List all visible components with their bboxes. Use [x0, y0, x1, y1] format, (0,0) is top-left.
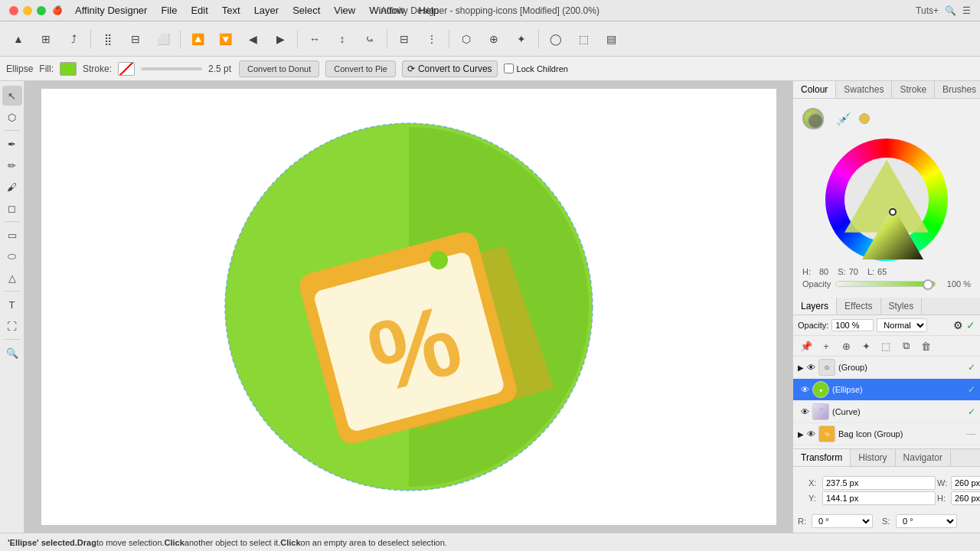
distribute-btn[interactable]: ⋮ — [420, 28, 444, 50]
layers-check-icon[interactable]: ✓ — [966, 319, 975, 331]
layer-fx-icon[interactable]: ✦ — [858, 337, 874, 354]
color-fill-btn[interactable]: ◯ — [544, 28, 568, 50]
close-button[interactable] — [9, 6, 18, 15]
convert-to-donut-button[interactable]: Convert to Donut — [239, 60, 319, 77]
rotation-select[interactable]: 0 ° — [812, 514, 873, 528]
layer-ellipse-vis-icon[interactable]: 👁 — [801, 385, 809, 394]
tab-transform[interactable]: Transform — [793, 449, 851, 466]
tool-text[interactable]: T — [2, 295, 22, 315]
tab-brushes[interactable]: Brushes — [935, 81, 980, 98]
menu-icon[interactable]: ☰ — [962, 5, 971, 16]
color-picker-cursor[interactable] — [889, 208, 897, 216]
transform-y-input[interactable] — [822, 491, 936, 505]
layers-settings-icon[interactable]: ⚙ — [953, 319, 963, 331]
left-toolbar-sep-2 — [5, 221, 20, 222]
layer-adjust-icon[interactable]: ⊕ — [838, 337, 854, 354]
layer-mask-icon[interactable]: ⬚ — [877, 337, 894, 354]
opacity-thumb[interactable] — [923, 279, 933, 290]
flip-h-btn[interactable]: ↔ — [302, 28, 327, 50]
layer-vis-icon[interactable]: 👁 — [807, 363, 815, 372]
menu-affinity-designer[interactable]: Affinity Designer — [69, 3, 153, 18]
tool-pen[interactable]: ✒ — [2, 134, 22, 154]
color-dot[interactable] — [859, 113, 870, 124]
tab-stroke[interactable]: Stroke — [892, 81, 935, 98]
node-btn[interactable]: ⬡ — [454, 28, 479, 50]
transform-x-input[interactable] — [822, 476, 936, 490]
stroke-width-slider[interactable] — [141, 67, 202, 70]
layer-bag-expand[interactable]: ▶ — [798, 430, 804, 439]
tool-erase[interactable]: ◻ — [2, 198, 22, 218]
layer-item-curve[interactable]: 👁 ⌒ (Curve) ✓ — [793, 401, 980, 423]
tool-select-move[interactable]: ↖ — [2, 86, 22, 106]
tool-brush[interactable]: 🖌 — [2, 177, 22, 197]
shear-select[interactable]: 0 ° — [896, 514, 957, 528]
eyedropper-icon[interactable]: 💉 — [836, 112, 851, 126]
share-btn[interactable]: ⤴ — [61, 28, 86, 50]
layer-pin-icon[interactable]: 📌 — [798, 337, 815, 354]
layers-opacity-input[interactable] — [831, 319, 874, 331]
layer-item-group[interactable]: ▶ 👁 G (Group) ✓ — [793, 357, 980, 379]
menu-file[interactable]: File — [155, 3, 183, 18]
tab-styles[interactable]: Styles — [881, 298, 923, 315]
align-btn[interactable]: ⊟ — [392, 28, 416, 50]
snapping-btn[interactable]: ⣿ — [96, 28, 120, 50]
move-up-btn[interactable]: 🔼 — [185, 28, 210, 50]
affinity-logo-btn[interactable]: ▲ — [6, 28, 31, 50]
minimize-button[interactable] — [23, 6, 32, 15]
menu-layer[interactable]: Layer — [248, 3, 286, 18]
tab-swatches[interactable]: Swatches — [836, 81, 892, 98]
flip-v-btn[interactable]: ↕ — [330, 28, 354, 50]
menu-select[interactable]: Select — [286, 3, 326, 18]
convert-to-curves-button[interactable]: ⟳ Convert to Curves — [402, 60, 498, 77]
layer-curve-vis-icon[interactable]: 👁 — [801, 407, 809, 416]
canvas-area[interactable]: % — [24, 81, 792, 533]
fx-btn[interactable]: ✦ — [509, 28, 534, 50]
tab-effects[interactable]: Effects — [837, 298, 880, 315]
tab-layers[interactable]: Layers — [793, 298, 837, 315]
tab-history[interactable]: History — [851, 449, 895, 466]
tool-rectangle[interactable]: ▭ — [2, 225, 22, 245]
menu-text[interactable]: Text — [216, 3, 247, 18]
maximize-button[interactable] — [37, 6, 46, 15]
layer-item-ellipse[interactable]: 👁 ● (Ellipse) ✓ — [793, 379, 980, 401]
layer-delete-icon[interactable]: 🗑 — [917, 337, 934, 354]
guides-btn[interactable]: ⬜ — [151, 28, 175, 50]
tab-navigator[interactable]: Navigator — [896, 449, 951, 466]
tab-colour[interactable]: Colour — [793, 81, 836, 98]
layer-duplicate-icon[interactable]: ⧉ — [897, 337, 914, 354]
opacity-slider[interactable] — [835, 281, 936, 287]
color-wheel[interactable] — [825, 139, 948, 261]
blend-mode-select[interactable]: Normal — [877, 318, 927, 332]
add-artboard-btn[interactable]: ⊞ — [34, 28, 58, 50]
color-grad-btn[interactable]: ▤ — [599, 28, 623, 50]
move-left-btn[interactable]: ◀ — [240, 28, 265, 50]
layer-expand-icon[interactable]: ▶ — [798, 364, 804, 372]
tool-triangle[interactable]: △ — [2, 268, 22, 288]
move-down-btn[interactable]: 🔽 — [213, 28, 237, 50]
stroke-color-swatch[interactable] — [118, 62, 135, 76]
menu-view[interactable]: View — [328, 3, 361, 18]
transform-w-input[interactable] — [951, 476, 980, 490]
tool-node[interactable]: ⬡ — [2, 107, 22, 127]
toolbar-separator-5 — [449, 30, 449, 48]
convert-to-pie-button[interactable]: Convert to Pie — [325, 60, 396, 77]
menu-edit[interactable]: Edit — [185, 3, 214, 18]
main-toolbar: ▲ ⊞ ⤴ ⣿ ⊟ ⬜ 🔼 🔽 ◀ ▶ ↔ ↕ ⤿ ⊟ ⋮ ⬡ ⊕ ✦ ◯ ⬚ … — [0, 21, 980, 57]
color-stroke-btn[interactable]: ⬚ — [571, 28, 596, 50]
grid-btn[interactable]: ⊟ — [123, 28, 148, 50]
layer-bag-vis-icon[interactable]: 👁 — [807, 429, 815, 439]
fill-color-swatch[interactable] — [60, 62, 77, 76]
lock-children-checkbox[interactable] — [504, 64, 514, 73]
tool-ellipse[interactable]: ⬭ — [2, 246, 22, 266]
search-icon[interactable]: 🔍 — [945, 5, 956, 16]
layer-add-icon[interactable]: + — [818, 337, 835, 354]
color-selector[interactable] — [799, 105, 827, 132]
layer-item-bag-icon[interactable]: ▶ 👁 % Bag Icon (Group) — — [793, 423, 980, 445]
rotate-btn[interactable]: ⤿ — [358, 28, 382, 50]
move-right-btn[interactable]: ▶ — [268, 28, 292, 50]
tool-crop[interactable]: ⛶ — [2, 316, 22, 336]
tool-zoom[interactable]: 🔍 — [2, 343, 22, 363]
boolean-btn[interactable]: ⊕ — [482, 28, 506, 50]
transform-h-input[interactable] — [951, 491, 980, 505]
tool-pencil[interactable]: ✏ — [2, 155, 22, 175]
